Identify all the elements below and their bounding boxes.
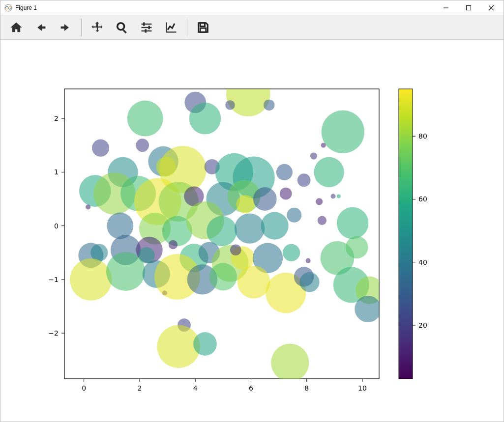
data-point [280, 188, 292, 200]
save-button[interactable] [193, 18, 213, 37]
data-point [310, 153, 317, 160]
x-tick-label: 10 [358, 384, 367, 392]
data-point [225, 100, 235, 110]
maximize-button[interactable] [457, 0, 480, 15]
data-point [337, 195, 341, 198]
data-point [107, 213, 133, 239]
svg-rect-11 [200, 23, 205, 26]
data-point [86, 204, 90, 209]
data-point [283, 244, 300, 261]
app-window: Figure 1 [0, 0, 504, 422]
data-point [276, 164, 293, 180]
svg-rect-2 [467, 5, 471, 10]
y-tick-label: −1 [48, 276, 59, 283]
svg-rect-10 [145, 29, 147, 32]
colorbar [399, 89, 413, 379]
data-point [253, 187, 277, 211]
data-point [306, 258, 311, 263]
colorbar-tick-label: 80 [418, 132, 427, 140]
window-title: Figure 1 [15, 4, 37, 11]
figure-canvas[interactable]: 0246810−2−101220406080 [0, 40, 504, 422]
data-point [226, 72, 270, 116]
x-tick-label: 6 [249, 384, 253, 392]
data-point [92, 140, 109, 157]
svg-rect-1 [444, 7, 448, 8]
home-button[interactable] [6, 18, 26, 37]
colorbar-tick-label: 40 [418, 258, 427, 266]
data-point [193, 332, 217, 356]
data-point [169, 240, 178, 249]
close-button[interactable] [480, 0, 503, 15]
data-point [136, 139, 149, 152]
x-tick-label: 0 [82, 384, 86, 392]
data-point [331, 194, 336, 199]
svg-rect-6 [142, 27, 152, 28]
x-tick-label: 2 [137, 384, 142, 392]
title-bar: Figure 1 [0, 0, 504, 15]
data-point [355, 296, 381, 322]
data-point [297, 173, 311, 187]
forward-button[interactable] [56, 18, 75, 37]
data-point [261, 212, 289, 240]
x-tick-label: 8 [304, 384, 309, 392]
colorbar-tick-label: 60 [418, 195, 427, 203]
pan-button[interactable] [88, 18, 107, 37]
svg-rect-8 [143, 22, 145, 26]
data-point [287, 208, 301, 223]
data-point [264, 100, 275, 111]
data-point [322, 111, 365, 154]
data-point [299, 272, 319, 292]
toolbar [0, 15, 504, 40]
x-tick-label: 4 [193, 384, 198, 392]
edit-axis-button[interactable] [161, 18, 181, 37]
data-point [189, 103, 221, 135]
colorbar-tick-label: 20 [418, 321, 427, 329]
data-point [271, 344, 309, 382]
zoom-button[interactable] [112, 18, 132, 37]
chart-svg: 0246810−2−101220406080 [0, 40, 504, 422]
data-point [314, 157, 344, 187]
back-button[interactable] [31, 18, 51, 37]
y-tick-label: 2 [54, 114, 59, 122]
data-point [106, 252, 145, 291]
svg-rect-4 [122, 28, 127, 33]
svg-rect-5 [142, 23, 152, 24]
data-point [209, 263, 237, 290]
data-point [346, 236, 368, 258]
y-tick-label: 1 [54, 168, 59, 176]
minimize-button[interactable] [435, 0, 457, 15]
data-point [337, 207, 369, 239]
app-icon [4, 4, 12, 12]
toolbar-separator [187, 19, 187, 36]
data-point [237, 266, 270, 299]
data-point [318, 216, 326, 225]
data-point [70, 258, 112, 301]
toolbar-separator [81, 19, 82, 36]
data-point [316, 198, 323, 205]
data-point [127, 101, 163, 137]
svg-rect-12 [200, 28, 206, 32]
subplots-button[interactable] [137, 18, 156, 37]
data-point [236, 195, 254, 213]
data-point [207, 216, 237, 246]
data-point [235, 213, 265, 243]
data-point [321, 143, 326, 148]
y-tick-label: 0 [54, 222, 59, 230]
data-point [230, 245, 241, 256]
y-tick-label: −2 [48, 329, 59, 337]
svg-rect-9 [148, 26, 150, 29]
